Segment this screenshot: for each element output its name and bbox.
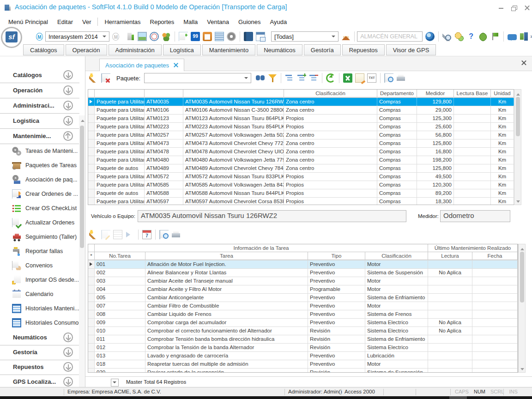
globe-icon[interactable]	[425, 32, 435, 41]
menu-item-editar[interactable]: Editar	[53, 17, 78, 27]
ribbon-tab-cat-logos[interactable]: Catálogos	[23, 44, 64, 55]
chevron-down-circle-icon[interactable]	[63, 85, 73, 95]
export-excel-icon[interactable]	[343, 73, 352, 83]
table-row[interactable]: 009Comprobar carga del acumuladorPrevent…	[88, 319, 518, 327]
settings-gear-icon[interactable]	[227, 32, 236, 41]
column-header-medidor[interactable]: Medidor	[417, 90, 454, 97]
column-header-hidden[interactable]	[183, 90, 284, 97]
sidebar-scrollbar[interactable]	[79, 115, 85, 399]
ribbon-tab-gestor-a[interactable]: Gestoría	[304, 44, 341, 55]
column-header-tarea[interactable]: Tarea	[145, 252, 308, 260]
menu-item-men-principal[interactable]: Menú Principal	[4, 17, 53, 27]
ribbon-tab-repuestos[interactable]: Repuestos	[342, 44, 385, 55]
sidebar-section-gestor-a[interactable]: Gestoría	[0, 345, 79, 360]
ribbon-tab-neum-ticos[interactable]: Neumáticos	[257, 44, 302, 55]
ribbon-tab-mantenimiento[interactable]: Mantenimiento	[202, 44, 255, 55]
tools-wrench-icon[interactable]	[442, 32, 452, 41]
sidebar-item-crear-os-checklist[interactable]: Crear OS CheckList	[0, 201, 79, 215]
dashboard-gauge-icon[interactable]	[150, 32, 159, 41]
bug-report-icon[interactable]	[478, 32, 488, 41]
column-header-tipo[interactable]: Tipo	[308, 252, 365, 260]
sidebar-item-reportar-fallas[interactable]: Reportar fallas	[0, 244, 79, 258]
new-document-icon[interactable]	[179, 32, 188, 41]
add-node-icon[interactable]	[297, 73, 306, 83]
currency-coins-icon[interactable]	[454, 32, 464, 41]
task-grid-icon[interactable]	[113, 230, 122, 239]
chevron-down-circle-icon[interactable]	[63, 347, 73, 357]
export-txt-icon[interactable]: TXT	[367, 73, 376, 83]
clipboard-icon[interactable]	[203, 32, 212, 41]
toolbar-overflow-button[interactable]: ››	[530, 33, 532, 40]
sidebar-section-repuestos[interactable]: Repuestos	[0, 359, 79, 375]
vehicles-grid[interactable]: ClasificaciónDepartamentoMedidorLectura …	[88, 89, 514, 205]
associate-wand-icon[interactable]	[89, 73, 98, 83]
chevron-down-circle-icon[interactable]	[63, 377, 73, 387]
exit-door-icon[interactable]	[520, 32, 529, 41]
scrollbar-thumb[interactable]	[516, 97, 520, 136]
chevron-up-circle-icon[interactable]	[63, 131, 73, 141]
table-row[interactable]: Paquete para UtilitariosATM0123ATM0123 A…	[88, 115, 514, 123]
ribbon-tab-operaci-n[interactable]: Operación	[66, 44, 107, 55]
sidebar-item-tareas-de-manteni[interactable]: Tareas de Manteni...	[0, 144, 79, 158]
sidebar-item-paquetes-de-tareas[interactable]: Paquetes de Tareas	[0, 158, 79, 172]
profile-combo[interactable]: Interasystem 2014	[45, 31, 110, 42]
panel-close-icon[interactable]	[521, 60, 526, 66]
remove-node-icon[interactable]	[309, 73, 318, 83]
chevron-down-circle-icon[interactable]	[63, 70, 73, 80]
counter-badge-icon[interactable]: 99	[191, 32, 200, 41]
column-header-clasificaci-n[interactable]: Clasificación	[284, 90, 377, 97]
scrollbar-thumb[interactable]	[520, 252, 524, 302]
ribbon-tab-administraci-n[interactable]: Administración	[109, 44, 162, 55]
report-grid-icon[interactable]	[215, 32, 224, 41]
table-row[interactable]: 010Comprobar el correcto funcionamiento …	[88, 327, 518, 335]
table-row[interactable]: Paquete de autosATM0489ATM0489 Automovil…	[88, 164, 514, 173]
warehouse-input[interactable]	[357, 31, 423, 42]
paquete-combo[interactable]	[144, 73, 251, 83]
scroll-down-icon[interactable]	[520, 368, 524, 372]
header-indicator-cell[interactable]	[88, 90, 95, 97]
calendar-icon[interactable]: 7	[142, 230, 151, 239]
tab-close-icon[interactable]	[174, 63, 178, 67]
scope-combo[interactable]: [Todas]	[271, 31, 339, 42]
export-task-icon[interactable]	[125, 230, 134, 239]
menu-item-herramientas[interactable]: Herramientas	[100, 17, 145, 27]
print-icon[interactable]	[396, 73, 405, 83]
menu-item-guiones[interactable]: Guiones	[234, 17, 265, 27]
notes-icon[interactable]	[355, 73, 364, 83]
column-header-fecha[interactable]: Fecha	[472, 252, 518, 260]
help-icon[interactable]: ?	[466, 32, 476, 41]
ribbon-tab-log-stica[interactable]: Logística	[163, 44, 201, 55]
column-header-unidad[interactable]: Unidad	[491, 90, 514, 97]
scroll-up-icon[interactable]	[81, 118, 85, 122]
print-preview-icon[interactable]	[384, 73, 393, 83]
sidebar-item-historiales-consumos[interactable]: Historiales Consumos	[0, 315, 79, 330]
remove-association-icon[interactable]	[101, 73, 110, 83]
restore-button[interactable]	[508, 5, 520, 11]
menu-item-malla[interactable]: Malla	[179, 17, 202, 27]
edit-task-icon[interactable]	[101, 230, 110, 239]
table-row[interactable]: 003Cambiar Aceite del Transeje manualPre…	[88, 277, 518, 285]
sidebar-item-convenios[interactable]: Convenios	[0, 258, 79, 272]
column-header-departamento[interactable]: Departamento	[377, 90, 417, 97]
table-row[interactable]: 012Comprobar la Tensión de la banda Alte…	[88, 344, 518, 352]
table-row[interactable]: Paquete para UtilitariosATM0597ATM0597 A…	[88, 198, 514, 205]
image-viewer-icon[interactable]	[138, 32, 147, 41]
sidebar-section-cat-logos[interactable]: Catálogos	[0, 67, 79, 83]
menu-item-ventana[interactable]: Ventana	[202, 17, 234, 27]
table-row[interactable]: Paquete para UtilitariosATM0585ATM0585 A…	[88, 181, 514, 189]
table-row[interactable]: 008Cambiar Liquido de FrenosPreventivoSi…	[88, 310, 518, 319]
window-layout-icon[interactable]	[256, 32, 265, 41]
tasks-grid[interactable]: Información de la TareaÚltimo Mantenimie…	[88, 244, 518, 373]
table-row[interactable]: 001Afinación de Motor Fuel Injection.Pre…	[88, 260, 518, 269]
sidebar-item-historiales-manteni[interactable]: Historiales Manteni...	[0, 301, 79, 315]
table-row[interactable]: Paquete de autosATM0588ATM0588 Automovil…	[88, 189, 514, 198]
home-icon[interactable]	[341, 32, 351, 41]
ups-status-icon[interactable]	[126, 32, 135, 41]
table-row[interactable]: 004Cambiar Aceite y Filtro Al MotorProgr…	[88, 285, 518, 294]
column-header-no-tarea[interactable]: No.Tarea	[95, 252, 145, 260]
close-button[interactable]	[521, 5, 532, 11]
print-preview-icon[interactable]	[159, 230, 169, 239]
expand-tree-icon[interactable]	[285, 73, 294, 83]
column-header-clasificaci-n[interactable]: Clasificación	[365, 252, 428, 260]
search-binoculars-icon[interactable]	[256, 73, 265, 83]
